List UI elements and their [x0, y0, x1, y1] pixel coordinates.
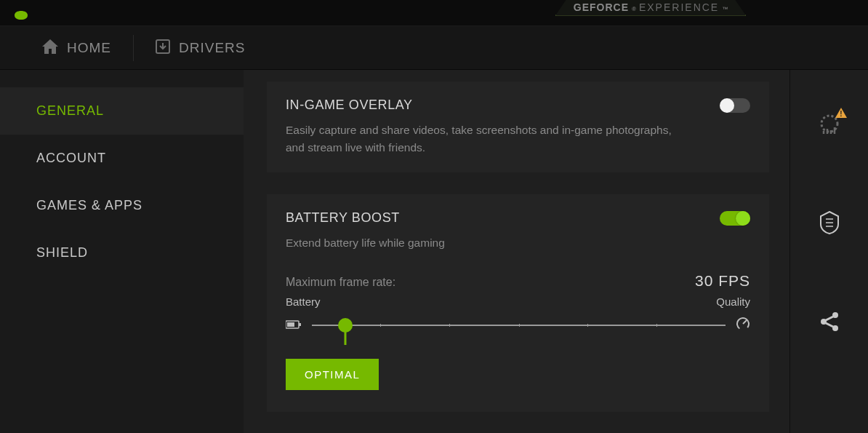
overlay-desc: Easily capture and share videos, take sc…	[286, 122, 693, 156]
nav-drivers-label: DRIVERS	[179, 40, 245, 56]
optimal-button[interactable]: OPTIMAL	[286, 359, 379, 390]
main-nav: HOME DRIVERS	[0, 26, 868, 70]
battery-boost-card: BATTERY BOOST Extend battery life while …	[267, 194, 769, 412]
max-frame-rate-label: Maximum frame rate:	[286, 276, 395, 289]
sidebar-item-shield[interactable]: SHIELD	[0, 229, 244, 277]
drivers-icon	[156, 39, 170, 57]
svg-line-5	[743, 320, 747, 324]
geforce-experience-badge: GEFORCE® EXPERIENCE™	[552, 0, 749, 17]
battery-toggle[interactable]	[720, 211, 750, 226]
sidebar-item-label: GAMES & APPS	[36, 198, 142, 212]
fps-value: 30 FPS	[695, 272, 750, 290]
sidebar-item-account[interactable]: ACCOUNT	[0, 135, 244, 182]
sidebar-item-label: ACCOUNT	[36, 151, 106, 165]
brand-bold: GEFORCE	[574, 1, 629, 13]
sidebar-item-general[interactable]: GENERAL	[0, 87, 244, 135]
slider-label-quality: Quality	[716, 295, 750, 308]
optimal-label: OPTIMAL	[305, 368, 360, 381]
rail-share-icon[interactable]	[816, 309, 843, 335]
brand-light: EXPERIENCE	[639, 1, 719, 13]
slider-handle[interactable]	[338, 318, 353, 333]
svg-rect-2	[299, 323, 301, 326]
framerate-slider[interactable]	[312, 325, 726, 326]
nav-home-label: HOME	[67, 40, 111, 56]
nav-home[interactable]: HOME	[29, 35, 134, 61]
main-area: GENERAL ACCOUNT GAMES & APPS SHIELD IN-G…	[0, 70, 868, 433]
home-icon	[42, 39, 58, 57]
brand-reg: ®	[632, 6, 636, 12]
settings-sidebar: GENERAL ACCOUNT GAMES & APPS SHIELD	[0, 70, 244, 433]
sidebar-item-games-apps[interactable]: GAMES & APPS	[0, 182, 244, 229]
warning-badge-icon: !	[835, 108, 847, 121]
sidebar-item-label: SHIELD	[36, 245, 88, 260]
rail-battery-shield-icon[interactable]	[816, 210, 843, 236]
sidebar-item-label: GENERAL	[36, 103, 104, 118]
title-bar: GEFORCE® EXPERIENCE™	[0, 0, 868, 26]
svg-rect-3	[287, 322, 294, 327]
slider-label-battery: Battery	[286, 295, 321, 308]
svg-text:!: !	[840, 110, 842, 118]
overlay-title: IN-GAME OVERLAY	[286, 98, 413, 113]
brand-tm: ™	[722, 6, 728, 12]
quality-gauge-icon	[736, 317, 750, 334]
settings-content: IN-GAME OVERLAY Easily capture and share…	[244, 70, 789, 433]
overlay-toggle[interactable]	[720, 98, 750, 113]
svg-line-19	[826, 323, 833, 327]
battery-title: BATTERY BOOST	[286, 210, 400, 226]
nvidia-logo-icon	[13, 10, 29, 23]
in-game-overlay-card: IN-GAME OVERLAY Easily capture and share…	[267, 82, 769, 172]
battery-desc: Extend battery life while gaming	[286, 234, 693, 252]
svg-line-18	[826, 317, 833, 320]
battery-icon	[286, 319, 302, 332]
nav-drivers[interactable]: DRIVERS	[134, 35, 267, 61]
rail-stats-icon[interactable]: !	[816, 111, 843, 137]
right-rail: !	[789, 70, 868, 433]
